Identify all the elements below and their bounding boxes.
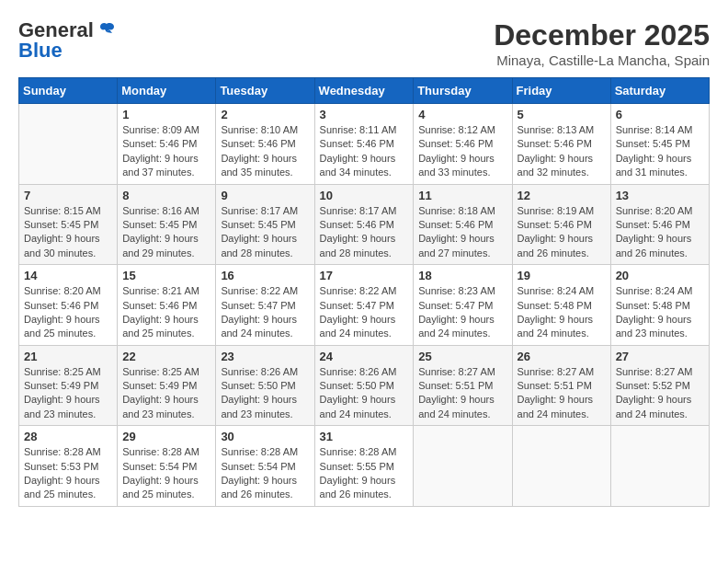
day-number: 24 xyxy=(320,350,409,363)
table-row: 5Sunrise: 8:13 AM Sunset: 5:46 PM Daylig… xyxy=(512,104,610,185)
day-info: Sunrise: 8:19 AM Sunset: 5:46 PM Dayligh… xyxy=(518,204,606,261)
day-info: Sunrise: 8:18 AM Sunset: 5:46 PM Dayligh… xyxy=(418,204,506,261)
day-info: Sunrise: 8:25 AM Sunset: 5:49 PM Dayligh… xyxy=(122,365,210,422)
calendar-week-1: 1Sunrise: 8:09 AM Sunset: 5:46 PM Daylig… xyxy=(19,104,710,185)
day-info: Sunrise: 8:13 AM Sunset: 5:46 PM Dayligh… xyxy=(518,123,606,180)
day-info: Sunrise: 8:09 AM Sunset: 5:46 PM Dayligh… xyxy=(122,123,210,180)
day-number: 10 xyxy=(320,189,409,202)
calendar-week-4: 21Sunrise: 8:25 AM Sunset: 5:49 PM Dayli… xyxy=(19,345,710,426)
weekday-thursday: Thursday xyxy=(414,78,512,104)
day-number: 12 xyxy=(518,189,606,202)
day-number: 23 xyxy=(221,350,309,363)
day-info: Sunrise: 8:25 AM Sunset: 5:49 PM Dayligh… xyxy=(24,365,112,422)
day-number: 17 xyxy=(320,269,409,282)
table-row: 2Sunrise: 8:10 AM Sunset: 5:46 PM Daylig… xyxy=(216,104,314,185)
table-row: 15Sunrise: 8:21 AM Sunset: 5:46 PM Dayli… xyxy=(118,265,216,346)
table-row: 13Sunrise: 8:20 AM Sunset: 5:46 PM Dayli… xyxy=(610,184,709,265)
day-info: Sunrise: 8:17 AM Sunset: 5:45 PM Dayligh… xyxy=(221,204,309,261)
day-info: Sunrise: 8:26 AM Sunset: 5:50 PM Dayligh… xyxy=(320,365,409,422)
table-row: 7Sunrise: 8:15 AM Sunset: 5:45 PM Daylig… xyxy=(19,184,118,265)
logo-blue: Blue xyxy=(18,39,63,63)
day-info: Sunrise: 8:27 AM Sunset: 5:51 PM Dayligh… xyxy=(418,365,506,422)
day-number: 30 xyxy=(221,430,309,443)
day-info: Sunrise: 8:11 AM Sunset: 5:46 PM Dayligh… xyxy=(320,123,409,180)
table-row: 3Sunrise: 8:11 AM Sunset: 5:46 PM Daylig… xyxy=(314,104,414,185)
day-number: 15 xyxy=(122,269,210,282)
day-info: Sunrise: 8:23 AM Sunset: 5:47 PM Dayligh… xyxy=(418,284,506,341)
day-info: Sunrise: 8:27 AM Sunset: 5:51 PM Dayligh… xyxy=(518,365,606,422)
day-number: 7 xyxy=(24,189,112,202)
table-row: 10Sunrise: 8:17 AM Sunset: 5:46 PM Dayli… xyxy=(314,184,414,265)
calendar-week-3: 14Sunrise: 8:20 AM Sunset: 5:46 PM Dayli… xyxy=(19,265,710,346)
day-number: 21 xyxy=(24,350,112,363)
day-info: Sunrise: 8:22 AM Sunset: 5:47 PM Dayligh… xyxy=(221,284,309,341)
table-row: 22Sunrise: 8:25 AM Sunset: 5:49 PM Dayli… xyxy=(118,345,216,426)
weekday-header-row: SundayMondayTuesdayWednesdayThursdayFrid… xyxy=(19,78,710,104)
weekday-monday: Monday xyxy=(118,78,216,104)
day-info: Sunrise: 8:24 AM Sunset: 5:48 PM Dayligh… xyxy=(518,284,606,341)
header: General Blue December 2025 Minaya, Casti… xyxy=(18,18,710,68)
table-row: 4Sunrise: 8:12 AM Sunset: 5:46 PM Daylig… xyxy=(414,104,512,185)
day-info: Sunrise: 8:10 AM Sunset: 5:46 PM Dayligh… xyxy=(221,123,309,180)
day-number: 26 xyxy=(518,350,606,363)
table-row: 23Sunrise: 8:26 AM Sunset: 5:50 PM Dayli… xyxy=(216,345,314,426)
day-info: Sunrise: 8:24 AM Sunset: 5:48 PM Dayligh… xyxy=(616,284,704,341)
day-number: 11 xyxy=(418,189,506,202)
logo: General Blue xyxy=(18,18,116,63)
weekday-tuesday: Tuesday xyxy=(216,78,314,104)
day-number: 29 xyxy=(122,430,210,443)
weekday-sunday: Sunday xyxy=(19,78,118,104)
calendar-body: 1Sunrise: 8:09 AM Sunset: 5:46 PM Daylig… xyxy=(19,104,710,507)
table-row: 29Sunrise: 8:28 AM Sunset: 5:54 PM Dayli… xyxy=(118,426,216,507)
table-row xyxy=(512,426,610,507)
day-number: 16 xyxy=(221,269,309,282)
day-number: 14 xyxy=(24,269,112,282)
day-number: 20 xyxy=(616,269,704,282)
logo-bird-icon xyxy=(96,20,116,40)
day-info: Sunrise: 8:12 AM Sunset: 5:46 PM Dayligh… xyxy=(418,123,506,180)
table-row: 31Sunrise: 8:28 AM Sunset: 5:55 PM Dayli… xyxy=(314,426,414,507)
weekday-friday: Friday xyxy=(512,78,610,104)
day-number: 19 xyxy=(518,269,606,282)
day-info: Sunrise: 8:28 AM Sunset: 5:54 PM Dayligh… xyxy=(122,445,210,502)
table-row: 27Sunrise: 8:27 AM Sunset: 5:52 PM Dayli… xyxy=(610,345,709,426)
table-row xyxy=(610,426,709,507)
table-row: 26Sunrise: 8:27 AM Sunset: 5:51 PM Dayli… xyxy=(512,345,610,426)
day-info: Sunrise: 8:27 AM Sunset: 5:52 PM Dayligh… xyxy=(616,365,704,422)
day-info: Sunrise: 8:26 AM Sunset: 5:50 PM Dayligh… xyxy=(221,365,309,422)
day-number: 13 xyxy=(616,189,704,202)
weekday-saturday: Saturday xyxy=(610,78,709,104)
day-number: 6 xyxy=(616,108,704,121)
day-info: Sunrise: 8:14 AM Sunset: 5:45 PM Dayligh… xyxy=(616,123,704,180)
day-info: Sunrise: 8:28 AM Sunset: 5:54 PM Dayligh… xyxy=(221,445,309,502)
day-number: 8 xyxy=(122,189,210,202)
day-number: 25 xyxy=(418,350,506,363)
table-row: 25Sunrise: 8:27 AM Sunset: 5:51 PM Dayli… xyxy=(414,345,512,426)
day-info: Sunrise: 8:28 AM Sunset: 5:55 PM Dayligh… xyxy=(320,445,409,502)
calendar-week-5: 28Sunrise: 8:28 AM Sunset: 5:53 PM Dayli… xyxy=(19,426,710,507)
day-number: 3 xyxy=(320,108,409,121)
day-number: 1 xyxy=(122,108,210,121)
table-row: 12Sunrise: 8:19 AM Sunset: 5:46 PM Dayli… xyxy=(512,184,610,265)
table-row: 28Sunrise: 8:28 AM Sunset: 5:53 PM Dayli… xyxy=(19,426,118,507)
title-area: December 2025 Minaya, Castille-La Mancha… xyxy=(494,18,710,68)
table-row: 18Sunrise: 8:23 AM Sunset: 5:47 PM Dayli… xyxy=(414,265,512,346)
day-number: 9 xyxy=(221,189,309,202)
table-row: 20Sunrise: 8:24 AM Sunset: 5:48 PM Dayli… xyxy=(610,265,709,346)
day-number: 5 xyxy=(518,108,606,121)
table-row: 8Sunrise: 8:16 AM Sunset: 5:45 PM Daylig… xyxy=(118,184,216,265)
day-info: Sunrise: 8:20 AM Sunset: 5:46 PM Dayligh… xyxy=(24,284,112,341)
table-row: 21Sunrise: 8:25 AM Sunset: 5:49 PM Dayli… xyxy=(19,345,118,426)
table-row: 1Sunrise: 8:09 AM Sunset: 5:46 PM Daylig… xyxy=(118,104,216,185)
table-row: 24Sunrise: 8:26 AM Sunset: 5:50 PM Dayli… xyxy=(314,345,414,426)
day-number: 27 xyxy=(616,350,704,363)
calendar-week-2: 7Sunrise: 8:15 AM Sunset: 5:45 PM Daylig… xyxy=(19,184,710,265)
table-row xyxy=(19,104,118,185)
day-number: 4 xyxy=(418,108,506,121)
table-row: 14Sunrise: 8:20 AM Sunset: 5:46 PM Dayli… xyxy=(19,265,118,346)
day-number: 31 xyxy=(320,430,409,443)
day-number: 18 xyxy=(418,269,506,282)
table-row xyxy=(414,426,512,507)
table-row: 11Sunrise: 8:18 AM Sunset: 5:46 PM Dayli… xyxy=(414,184,512,265)
table-row: 16Sunrise: 8:22 AM Sunset: 5:47 PM Dayli… xyxy=(216,265,314,346)
